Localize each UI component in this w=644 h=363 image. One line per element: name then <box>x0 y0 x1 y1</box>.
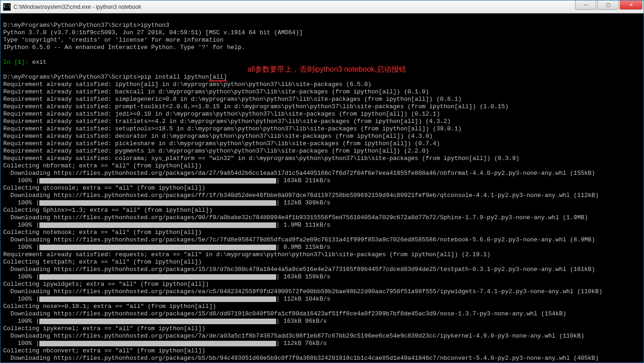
progress-bar <box>39 178 276 184</box>
progress-bar <box>39 274 276 280</box>
line: Downloading https://files.pythonhosted.o… <box>3 236 595 243</box>
line: Downloading https://files.pythonhosted.o… <box>3 214 588 221</box>
line: Collecting testpath; extra == "all" (fro… <box>3 258 202 265</box>
line: Downloading https://files.pythonhosted.o… <box>3 170 595 177</box>
rate: 163kB 211kB/s <box>280 177 330 184</box>
line: Requirement already satisfied: ipython[a… <box>3 81 372 88</box>
minimize-button[interactable]: ─ <box>575 0 596 10</box>
line: Collecting nbformat; extra == "all" (fro… <box>3 162 202 169</box>
terminal-output[interactable]: D:\myPrograms\Python\Python37\Scripts>ip… <box>0 13 644 363</box>
progress: 100% | <box>3 177 39 184</box>
line: Requirement already satisfied: picklesha… <box>3 140 440 147</box>
rate: 112kB 309kB/s <box>280 199 330 206</box>
line: Downloading https://files.pythonhosted.o… <box>3 355 599 362</box>
cmd-window: C:\Windows\system32\cmd.exe - ipython3 n… <box>0 0 644 363</box>
progress: 100% | <box>3 199 39 206</box>
line: Downloading https://files.pythonhosted.o… <box>3 266 595 273</box>
ipython-in-prompt: In [1]: <box>3 59 32 66</box>
line: IPython 6.5.0 -- An enhanced Interactive… <box>3 44 245 51</box>
rate: 1.9MB 111kB/s <box>280 221 330 228</box>
progress: 100% | <box>3 362 39 363</box>
line: Requirement already satisfied: jedi>=0.1… <box>3 111 440 117</box>
line: Collecting nbconvert; extra == "all" (fr… <box>3 347 205 354</box>
progress: 100% | <box>3 221 39 228</box>
progress: 100% | <box>3 340 39 347</box>
progress: 100% | <box>3 244 39 251</box>
line: Requirement already satisfied: traitlets… <box>3 118 451 125</box>
rate: 409kB 39kB/s <box>280 362 327 363</box>
line: Requirement already satisfied: backcall … <box>3 88 429 95</box>
progress-bar <box>39 341 276 346</box>
line: D:\myPrograms\Python\Python37\Scripts>ip… <box>3 22 169 29</box>
line: Type 'copyright', 'credits' or 'license'… <box>3 37 223 43</box>
cmd-icon <box>3 3 11 11</box>
rate: 163kB 159kB/s <box>280 273 330 280</box>
line: Downloading https://files.pythonhosted.o… <box>3 288 602 295</box>
titlebar[interactable]: C:\Windows\system32\cmd.exe - ipython3 n… <box>0 0 644 13</box>
progress: 100% | <box>3 318 39 325</box>
line: Collecting ipykernel; extra == "all" (fr… <box>3 325 205 332</box>
line: Requirement already satisfied: decorator… <box>3 133 433 140</box>
progress: 100% | <box>3 295 39 302</box>
progress-bar <box>39 245 276 250</box>
rate: 112kB 104kB/s <box>280 295 330 302</box>
rate: 112kB 76kB/s <box>280 340 327 347</box>
line: Requirement already satisfied: prompt-to… <box>3 103 508 110</box>
ipython-cmd: exit <box>32 59 46 66</box>
line: Collecting ipywidgets; extra == "all" (f… <box>3 281 209 288</box>
line: Requirement already satisfied: setuptool… <box>3 125 462 132</box>
line: Downloading https://files.pythonhosted.o… <box>3 332 584 339</box>
line: Collecting qtconsole; extra == "all" (fr… <box>3 185 205 191</box>
line: Requirement already satisfied: simplegen… <box>3 96 462 103</box>
close-button[interactable]: ✕ <box>619 0 643 10</box>
line: Downloading https://files.pythonhosted.o… <box>3 310 566 317</box>
line: Requirement already satisfied: pygments … <box>3 148 429 154</box>
line: Requirement already satisfied: colorama;… <box>3 155 520 162</box>
progress-bar <box>39 296 276 302</box>
progress-bar <box>39 222 276 228</box>
line: Python 3.7.0 (v3.7.0:1bf9cc5093, Jun 27 … <box>3 29 303 36</box>
progress: 100% | <box>3 273 39 280</box>
underlined-arg: [all] <box>209 74 227 81</box>
maximize-button[interactable]: ▢ <box>597 0 619 10</box>
line: D:\myPrograms\Python\Python37\Scripts>pi… <box>3 74 209 80</box>
progress-bar <box>39 319 276 324</box>
line: Collecting nose>=0.10.1; extra == "all" … <box>3 303 216 310</box>
line: Collecting notebook; extra == "all" (fro… <box>3 229 202 236</box>
line: Requirement already satisfied: requests;… <box>3 251 490 258</box>
annotation-text: all参数要带上，否则ipython3 notebook,启动报错 <box>248 66 406 73</box>
window-title: C:\Windows\system32\cmd.exe - ipython3 n… <box>13 4 575 10</box>
progress-bar <box>39 200 276 206</box>
line: Collecting Sphinx>=1.3; extra == "all" (… <box>3 207 212 214</box>
line: Downloading https://files.pythonhosted.o… <box>3 192 599 199</box>
rate: 8.9MB 115kB/s <box>280 244 330 251</box>
rate: 163kB 96kB/s <box>280 318 327 325</box>
